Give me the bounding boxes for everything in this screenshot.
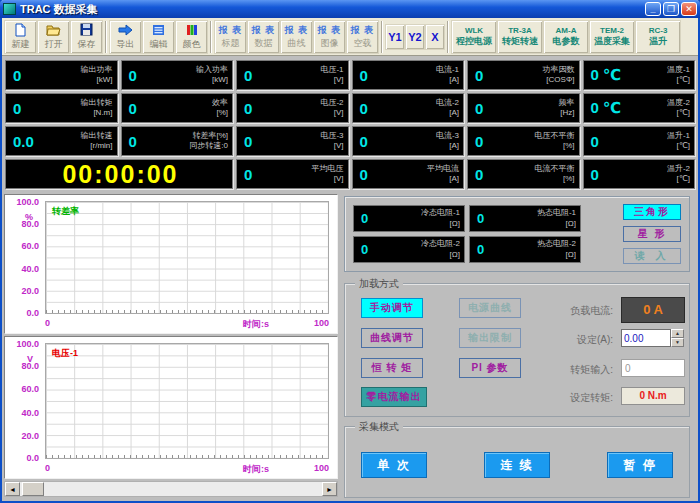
scrollbar-thumb[interactable] xyxy=(22,482,44,496)
scroll-right-arrow-icon[interactable]: ► xyxy=(322,482,337,496)
star-connection-button[interactable]: 星 形 xyxy=(623,226,681,242)
maximize-button[interactable]: ❐ xyxy=(663,2,679,16)
x-axis-label: 时间:s xyxy=(243,318,269,331)
torque-input-field[interactable] xyxy=(621,359,685,377)
meter-current-1: 0电流-1[A] xyxy=(352,60,465,90)
meter-output-power: 0输出功率[kW] xyxy=(5,60,118,90)
pause-capture-button[interactable]: 暂 停 xyxy=(607,452,673,478)
meter-label: 温升-2[℃] xyxy=(667,164,690,185)
power-curve-button[interactable]: 电源曲线 xyxy=(459,298,521,318)
rc3-temp-rise-button[interactable]: RC-3 温升 xyxy=(635,20,681,54)
set-current-label: 设定(A): xyxy=(551,333,613,347)
report-noload-button[interactable]: 报 表 空载 xyxy=(346,20,379,54)
meter-output-torque: 0输出转矩[N.m] xyxy=(5,93,118,123)
y1-axis-button[interactable]: Y1 xyxy=(385,24,405,50)
set-torque-display: 0 N.m xyxy=(621,387,685,405)
meter-value: 0 xyxy=(475,67,483,84)
meter-current-2: 0电流-2[A] xyxy=(352,93,465,123)
meter-label: 温度-2[℃] xyxy=(667,98,690,119)
save-button[interactable]: 保存 xyxy=(70,20,103,54)
open-button[interactable]: 打开 xyxy=(37,20,70,54)
open-folder-icon xyxy=(46,22,61,37)
meter-power-factor: 0功率因数[COSΦ] xyxy=(467,60,580,90)
resistance-panel: 0冷态电阻-1[Ω] 0热态电阻-1[Ω] 0冷态电阻-2[Ω] 0热态电阻-2… xyxy=(344,196,690,272)
new-document-icon xyxy=(14,22,27,37)
meter-value: 0 xyxy=(244,166,252,183)
torque-input-label: 转矩输入: xyxy=(551,363,613,377)
toolbar-separator xyxy=(105,21,107,53)
new-button[interactable]: 新建 xyxy=(4,20,37,54)
delta-connection-button[interactable]: 三角形 xyxy=(623,204,681,220)
color-button[interactable]: 颜色 xyxy=(175,20,208,54)
set-current-spinner[interactable]: ▲ ▼ xyxy=(621,329,685,347)
tem2-temperature-button[interactable]: TEM-2 温度采集 xyxy=(589,20,635,54)
set-current-input[interactable] xyxy=(621,329,671,347)
app-icon xyxy=(3,3,16,15)
meter-input-power: 0输入功率[kW] xyxy=(121,60,234,90)
manual-adjust-button[interactable]: 手动调节 xyxy=(361,298,423,318)
meter-current-3: 0电流-3[A] xyxy=(352,126,465,156)
load-current-label: 负载电流: xyxy=(551,304,613,318)
meter-value: 0 xyxy=(129,133,137,150)
minor-ticks xyxy=(46,310,328,313)
x-axis-button[interactable]: X xyxy=(425,24,445,50)
horizontal-scrollbar[interactable]: ◄ ► xyxy=(4,481,338,497)
ama-electric-params-button[interactable]: AM-A 电参数 xyxy=(543,20,589,54)
y2-axis-button[interactable]: Y2 xyxy=(405,24,425,50)
close-button[interactable]: ✕ xyxy=(681,2,697,16)
report-image-button[interactable]: 报 表 图像 xyxy=(313,20,346,54)
meter-temperature-2: 0 ℃温度-2[℃] xyxy=(583,93,696,123)
x-axis: 0 时间:s 100 xyxy=(45,463,329,475)
meter-voltage-unbalance: 0电压不平衡[%] xyxy=(467,126,580,156)
continuous-capture-button[interactable]: 连 续 xyxy=(484,452,550,478)
voltage-chart: 100.0 V 80.0 60.0 40.0 20.0 0.0 电压-1 0 xyxy=(4,336,338,479)
report-data-button[interactable]: 报 表 数据 xyxy=(247,20,280,54)
minimize-button[interactable]: _ xyxy=(645,2,661,16)
meter-temp-rise-1: 0温升-1[℃] xyxy=(583,126,696,156)
meter-label: 电流-2[A] xyxy=(436,98,459,119)
meter-label: 平均电压[V] xyxy=(312,164,344,185)
meter-value: 0 xyxy=(244,100,252,117)
report-curve-button[interactable]: 报 表 曲线 xyxy=(280,20,313,54)
meter-value: 0 xyxy=(591,133,599,150)
main-content: 0输出功率[kW] 0输入功率[kW] 0电压-1[V] 0电流-1[A] 0功… xyxy=(2,56,698,501)
meter-value: 0 xyxy=(360,100,368,117)
tr3a-torque-speed-button[interactable]: TR-3A 转矩转速 xyxy=(497,20,543,54)
meter-label: 电流-1[A] xyxy=(436,65,459,86)
scroll-left-arrow-icon[interactable]: ◄ xyxy=(5,482,20,496)
meter-value: 0 xyxy=(475,166,483,183)
meter-temperature-1: 0 ℃温度-1[℃] xyxy=(583,60,696,90)
meter-value: 0 xyxy=(129,100,137,117)
toolbar-separator xyxy=(381,21,383,53)
zero-current-output-button[interactable]: 零电流输出 xyxy=(361,387,427,407)
spin-up-icon[interactable]: ▲ xyxy=(671,329,684,338)
plot-area: 电压-1 xyxy=(45,343,329,459)
meter-value: 0 xyxy=(360,166,368,183)
meter-value: 0 xyxy=(244,133,252,150)
meter-label: 功率因数[COSΦ] xyxy=(543,65,575,86)
meter-value: 0.0 xyxy=(13,133,34,150)
meter-voltage-1: 0电压-1[V] xyxy=(236,60,349,90)
chart-column: 100.0 % 80.0 60.0 40.0 20.0 0.0 转差率 0 xyxy=(4,194,338,498)
wlk-power-button[interactable]: WLK 程控电源 xyxy=(451,20,497,54)
single-capture-button[interactable]: 单 次 xyxy=(361,452,427,478)
title-bar[interactable]: TRAC 数据采集 _ ❐ ✕ xyxy=(0,0,700,18)
export-button[interactable]: 导出 xyxy=(109,20,142,54)
read-in-button[interactable]: 读 入 xyxy=(623,248,681,264)
spin-down-icon[interactable]: ▼ xyxy=(671,338,684,347)
meter-label: 电压-2[V] xyxy=(320,98,343,119)
save-disk-icon xyxy=(80,22,93,37)
color-bars-icon xyxy=(186,22,198,37)
meter-value: 0 xyxy=(475,100,483,117)
minor-ticks xyxy=(46,455,328,458)
meter-value: 0 xyxy=(591,166,599,183)
edit-button[interactable]: 编辑 xyxy=(142,20,175,54)
meter-efficiency: 0效率[%] xyxy=(121,93,234,123)
curve-adjust-button[interactable]: 曲线调节 xyxy=(361,328,423,348)
constant-torque-button[interactable]: 恒 转 矩 xyxy=(361,358,423,378)
output-limit-button[interactable]: 输出限制 xyxy=(459,328,521,348)
meter-average-voltage: 0平均电压[V] xyxy=(236,159,349,189)
group-title: 加载方式 xyxy=(355,277,403,291)
report-title-button[interactable]: 报 表 标题 xyxy=(214,20,247,54)
pi-params-button[interactable]: PI 参数 xyxy=(459,358,521,378)
